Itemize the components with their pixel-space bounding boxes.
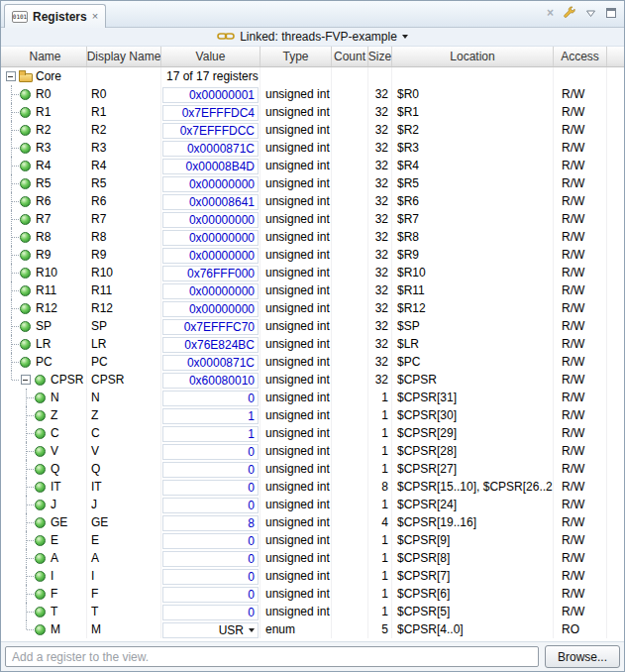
value-field[interactable]: 0x7EFFFDCC [162, 123, 259, 139]
register-icon [34, 406, 48, 424]
value-field[interactable]: 0x0000871C [162, 141, 259, 157]
column-header-name[interactable]: Name [1, 47, 87, 66]
cell-display-name: R9 [87, 246, 161, 264]
value-field[interactable]: 0 [162, 605, 259, 620]
table-row-r9[interactable]: R9R90x00000000unsigned int32$R9R/W [1, 246, 624, 264]
add-register-input[interactable] [5, 646, 539, 667]
table-row-f[interactable]: FF0unsigned int1$CPSR[6]R/W [1, 585, 624, 603]
value-field[interactable]: 0x7EFFFDC4 [162, 105, 259, 121]
column-header-size[interactable]: Size [368, 47, 392, 66]
table-row-r3[interactable]: R3R30x0000871Cunsigned int32$R3R/W [1, 139, 624, 157]
value-field[interactable]: 0x0000871C [162, 355, 259, 371]
table-row-r1[interactable]: R1R10x7EFFFDC4unsigned int32$R1R/W [1, 103, 624, 121]
value-field[interactable]: 0 [162, 444, 259, 460]
table-row-i[interactable]: II0unsigned int1$CPSR[7]R/W [1, 567, 624, 585]
table-row-q[interactable]: QQ0unsigned int1$CPSR[27]R/W [1, 460, 624, 478]
value-field[interactable]: 0 [162, 391, 259, 406]
value-field[interactable]: 0x00000000 [162, 212, 259, 228]
value-field[interactable]: 0 [162, 498, 259, 513]
value-field[interactable]: 0 [162, 551, 259, 567]
table-row-r6[interactable]: R6R60x00008641unsigned int32$R6R/W [1, 192, 624, 210]
table-row-r11[interactable]: R11R110x00000000unsigned int32$R11R/W [1, 281, 624, 299]
column-header-display[interactable]: Display Name [87, 47, 161, 66]
table-row-t[interactable]: TT0unsigned int1$CPSR[5]R/W [1, 603, 624, 620]
value-field[interactable]: 0 [162, 533, 259, 549]
value-field[interactable]: 0x76E824BC [162, 337, 259, 353]
value-field[interactable]: 0 [162, 480, 259, 496]
table-row-m[interactable]: MMUSRenum5$CPSR[4..0]RO [1, 620, 624, 638]
table-row-cpsr[interactable]: CPSRCPSR0x60080010unsigned int32$CPSRR/W [1, 371, 624, 389]
value-field[interactable]: 0x00000001 [162, 87, 259, 103]
cell-display-name: T [87, 603, 161, 620]
value-field[interactable]: 0x00000000 [162, 230, 259, 246]
table-row-lr[interactable]: LRLR0x76E824BCunsigned int32$LRR/W [1, 335, 624, 353]
table-row-r7[interactable]: R7R70x00000000unsigned int32$R7R/W [1, 210, 624, 228]
table-header: NameDisplay NameValueTypeCountSizeLocati… [1, 47, 624, 67]
column-header-loc[interactable]: Location [392, 47, 554, 66]
column-header-value[interactable]: Value [161, 47, 260, 66]
table-row-n[interactable]: NN0unsigned int1$CPSR[31]R/W [1, 389, 624, 406]
table-row-ge[interactable]: GEGE8unsigned int4$CPSR[19..16]R/W [1, 513, 624, 531]
table-row-r2[interactable]: R2R20x7EFFFDCCunsigned int32$R2R/W [1, 121, 624, 139]
table-row-r4[interactable]: R4R40x00008B4Dunsigned int32$R4R/W [1, 157, 624, 174]
expander-icon[interactable] [4, 67, 19, 85]
view-menu-icon[interactable] [585, 9, 596, 18]
tab-registers[interactable]: 0101 Registers × [4, 4, 106, 28]
value-field[interactable]: 0 [162, 587, 259, 603]
value-field[interactable]: USR [162, 622, 259, 638]
value-dropdown-icon[interactable] [249, 628, 255, 632]
cell-count [332, 228, 368, 246]
table-row-r8[interactable]: R8R80x00000000unsigned int32$R8R/W [1, 228, 624, 246]
value-field[interactable]: 0x00000000 [162, 248, 259, 264]
table-row-r5[interactable]: R5R50x00000000unsigned int32$R5R/W [1, 174, 624, 192]
linked-context-label[interactable]: Linked: threads-FVP-example [240, 30, 397, 44]
table-row-a[interactable]: AA0unsigned int1$CPSR[8]R/W [1, 549, 624, 567]
linked-context-chevron-down-icon[interactable] [402, 35, 408, 39]
value-field[interactable]: 0x60080010 [162, 373, 259, 389]
table-row-v[interactable]: VV0unsigned int1$CPSR[28]R/W [1, 442, 624, 460]
value-field[interactable]: 0x00000000 [162, 176, 259, 192]
value-field[interactable]: 1 [162, 426, 259, 442]
column-header-count[interactable]: Count [332, 47, 368, 66]
browse-button[interactable]: Browse... [545, 645, 620, 668]
value-field[interactable]: 0x7EFFFC70 [162, 319, 259, 335]
register-icon [34, 585, 48, 603]
value-field[interactable]: 8 [162, 515, 259, 531]
table-row-e[interactable]: EE0unsigned int1$CPSR[9]R/W [1, 531, 624, 549]
cell-type: unsigned int [260, 549, 332, 567]
table-row-core[interactable]: Core17 of 17 registers [1, 67, 624, 85]
value-field[interactable]: 1 [162, 408, 259, 424]
cell-access: R/W [554, 192, 607, 210]
value-field[interactable]: 0 [162, 569, 259, 585]
cell-value: USR [161, 620, 260, 638]
column-header-access[interactable]: Access [554, 47, 607, 66]
cell-type: unsigned int [260, 85, 332, 103]
column-header-type[interactable]: Type [260, 47, 332, 66]
tab-close-icon[interactable]: × [92, 11, 98, 22]
cell-display-name: LR [87, 335, 161, 353]
value-field[interactable]: 0x00008B4D [162, 159, 259, 174]
expander-icon[interactable] [19, 371, 34, 389]
table-row-r0[interactable]: R0R00x00000001unsigned int32$R0R/W [1, 85, 624, 103]
register-name: Q [51, 462, 59, 476]
cell-display-name: A [87, 549, 161, 567]
wrench-icon[interactable] [563, 6, 576, 20]
value-field[interactable]: 0x00000000 [162, 283, 259, 299]
table-row-c[interactable]: CC1unsigned int1$CPSR[29]R/W [1, 424, 624, 442]
value-field[interactable]: 0 [162, 462, 259, 478]
cell-count [332, 442, 368, 460]
value-field[interactable]: 0x76FFF000 [162, 266, 259, 281]
value-field[interactable]: 0x00000000 [162, 301, 259, 317]
register-name: R10 [36, 266, 57, 280]
table-row-j[interactable]: JJ0unsigned int1$CPSR[24]R/W [1, 496, 624, 513]
value-field[interactable]: 0x00008641 [162, 194, 259, 210]
table-row-r12[interactable]: R12R120x00000000unsigned int32$R12R/W [1, 299, 624, 317]
table-row-sp[interactable]: SPSP0x7EFFFC70unsigned int32$SPR/W [1, 317, 624, 335]
cell-access: R/W [554, 531, 607, 549]
table-row-it[interactable]: ITIT0unsigned int8$CPSR[15..10], $CPSR[2… [1, 478, 624, 496]
table-row-z[interactable]: ZZ1unsigned int1$CPSR[30]R/W [1, 406, 624, 424]
maximize-icon[interactable] [605, 7, 617, 19]
table-row-pc[interactable]: PCPC0x0000871Cunsigned int32$PCR/W [1, 353, 624, 371]
table-row-r10[interactable]: R10R100x76FFF000unsigned int32$R10R/W [1, 264, 624, 281]
remove-icon[interactable]: × [547, 7, 554, 19]
